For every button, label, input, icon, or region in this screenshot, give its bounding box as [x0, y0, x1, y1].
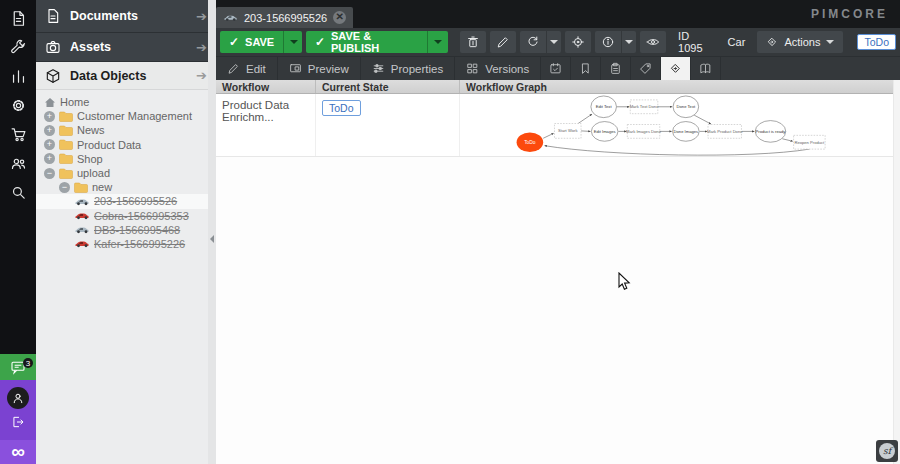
- grid-scrollbar-track[interactable]: [893, 80, 900, 464]
- tab-edit-label: Edit: [246, 63, 266, 75]
- column-header-workflow-graph[interactable]: Workflow Graph: [460, 80, 893, 93]
- data-objects-tree: Home+Customer Management+News+Product Da…: [36, 90, 208, 464]
- save-label: SAVE: [245, 36, 274, 48]
- column-header-current-state[interactable]: Current State: [316, 80, 460, 93]
- workflow-diamond-icon: [669, 62, 682, 75]
- tab-preview-label: Preview: [308, 63, 349, 75]
- reload-split-button[interactable]: [520, 31, 561, 53]
- current-state-cell: ToDo: [316, 94, 460, 156]
- camera-icon: [45, 39, 61, 55]
- gear-icon[interactable]: [0, 91, 36, 120]
- rail-purple-section: [0, 380, 36, 440]
- save-publish-label: SAVE & PUBLISH: [331, 31, 418, 53]
- reload-icon[interactable]: [520, 31, 545, 53]
- save-button[interactable]: ✓SAVE: [220, 31, 302, 53]
- panel-splitter[interactable]: [208, 0, 216, 464]
- pencil-icon: [227, 62, 240, 75]
- tab-schedule[interactable]: [541, 57, 571, 80]
- workflow-grid-row[interactable]: Product Data Enrichm... ToDo ToDoStart W…: [216, 94, 893, 157]
- accordion-documents[interactable]: Documents ➔: [36, 0, 216, 33]
- info-dropdown[interactable]: [621, 31, 637, 53]
- open-object-tab[interactable]: 203-1566995526 ✕: [216, 7, 353, 28]
- tree-item-customer-management[interactable]: +Customer Management: [36, 109, 208, 123]
- bookmark-icon: [579, 62, 592, 75]
- accordion-data-objects[interactable]: Data Objects ➔: [36, 62, 216, 90]
- delete-button[interactable]: [460, 31, 486, 53]
- tree-item-product-data[interactable]: +Product Data: [36, 138, 208, 152]
- expand-icon[interactable]: +: [44, 153, 55, 164]
- save-publish-button[interactable]: ✓SAVE & PUBLISH: [306, 31, 449, 53]
- tab-tags[interactable]: [631, 57, 661, 80]
- profiler-toggle-button[interactable]: sf: [876, 440, 898, 462]
- object-class: Car: [728, 36, 746, 48]
- tree-item-upload[interactable]: −upload: [36, 166, 208, 180]
- cube-icon: [45, 68, 61, 84]
- logout-icon[interactable]: [11, 415, 25, 433]
- search-icon[interactable]: [0, 178, 36, 207]
- rename-button[interactable]: [490, 31, 516, 53]
- workflow-grid-header: Workflow Current State Workflow Graph: [216, 80, 893, 94]
- locate-in-tree-button[interactable]: [565, 31, 591, 53]
- wf-node-label-todo: ToDo: [524, 140, 536, 145]
- accordion-arrow-icon: ➔: [196, 9, 207, 24]
- users-icon[interactable]: [0, 149, 36, 178]
- expand-icon[interactable]: +: [44, 125, 55, 136]
- tab-edit[interactable]: Edit: [216, 57, 278, 80]
- wf-node-label-product-ready: Product is ready: [756, 129, 787, 134]
- notifications-button[interactable]: 3: [0, 354, 36, 380]
- tree-item-db3-1566995468[interactable]: DB3-1566995468: [36, 223, 208, 237]
- tree-item-kafer-1566995226[interactable]: Kafer-1566995226: [36, 237, 208, 251]
- object-subtabs: Edit Preview Properties Versions: [216, 56, 900, 80]
- collapse-icon[interactable]: −: [59, 182, 70, 193]
- column-header-workflow[interactable]: Workflow: [216, 80, 316, 93]
- object-toolbar: ✓SAVE ✓SAVE & PUBLISH: [216, 28, 900, 56]
- tab-notes-events[interactable]: [601, 57, 631, 80]
- tab-bar: 203-1566995526 ✕ PIMCORE: [216, 0, 900, 28]
- car-red-icon: [74, 211, 90, 220]
- expand-icon[interactable]: +: [44, 111, 55, 122]
- tab-close-icon[interactable]: ✕: [333, 11, 346, 24]
- info-icon[interactable]: [595, 31, 620, 53]
- wrench-icon[interactable]: [0, 33, 36, 62]
- cart-icon[interactable]: [0, 120, 36, 149]
- tree-item-home[interactable]: Home: [36, 95, 208, 109]
- pimcore-logo: PIMCORE: [811, 7, 888, 21]
- state-badge: ToDo: [322, 100, 361, 116]
- accordion-documents-label: Documents: [70, 9, 187, 23]
- open-preview-button[interactable]: [640, 31, 666, 53]
- accordion-assets[interactable]: Assets ➔: [36, 33, 216, 62]
- tab-versions[interactable]: Versions: [455, 57, 541, 80]
- object-id: ID 1095: [678, 30, 715, 54]
- pimcore-infinity-icon[interactable]: ∞: [0, 440, 36, 464]
- save-publish-dropdown[interactable]: [427, 31, 448, 53]
- tab-workflow[interactable]: [661, 57, 691, 80]
- tree-item-203-1566995526[interactable]: 203-1566995526: [36, 194, 208, 208]
- tree-item-cobra-1566995353[interactable]: Cobra-1566995353: [36, 209, 208, 223]
- tab-properties-label: Properties: [391, 63, 443, 75]
- tree-item-shop[interactable]: +Shop: [36, 152, 208, 166]
- collapse-panel-handle[interactable]: [209, 224, 215, 254]
- save-dropdown[interactable]: [283, 31, 302, 53]
- tree-item-new[interactable]: −new: [36, 180, 208, 194]
- car-icon: [223, 13, 238, 22]
- info-split-button[interactable]: [595, 31, 636, 53]
- tab-title: 203-1566995526: [244, 12, 327, 24]
- reload-dropdown[interactable]: [546, 31, 562, 53]
- bar-chart-icon[interactable]: [0, 62, 36, 91]
- workflow-name-cell: Product Data Enrichm...: [216, 94, 316, 156]
- workflow-actions-button[interactable]: Actions: [757, 31, 843, 53]
- tree-item-news[interactable]: +News: [36, 123, 208, 137]
- document-icon[interactable]: [0, 4, 36, 33]
- home-icon: [44, 97, 56, 108]
- tab-dependencies[interactable]: [571, 57, 601, 80]
- tab-preview[interactable]: Preview: [278, 57, 361, 80]
- expand-icon[interactable]: +: [44, 139, 55, 150]
- collapse-icon[interactable]: −: [44, 168, 55, 179]
- accordion-data-objects-label: Data Objects: [70, 69, 187, 83]
- pencil-icon: [496, 35, 510, 49]
- tab-properties[interactable]: Properties: [361, 57, 455, 80]
- user-avatar-icon[interactable]: [7, 387, 29, 409]
- accordion-arrow-icon: ➔: [196, 40, 207, 55]
- actions-label: Actions: [784, 36, 820, 48]
- tab-reports[interactable]: [691, 57, 721, 80]
